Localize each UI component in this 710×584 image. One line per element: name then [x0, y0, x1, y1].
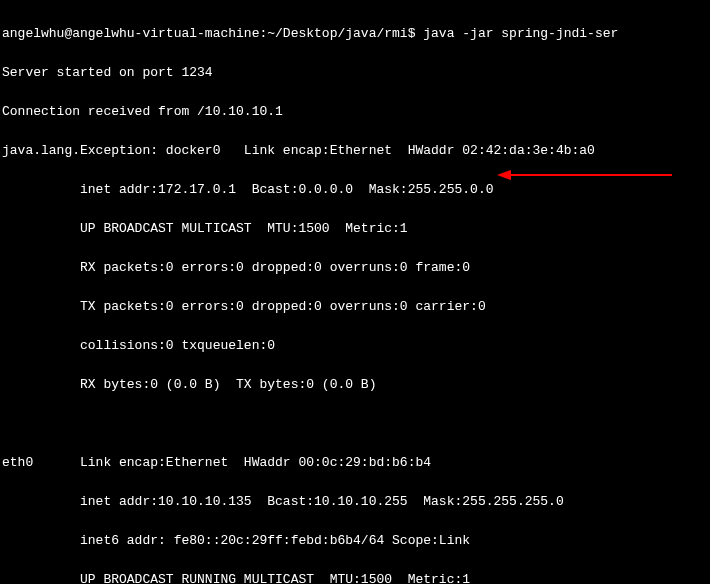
prompt-line: angelwhu@angelwhu-virtual-machine:~/Desk…	[2, 24, 708, 44]
eth0-inet: inet addr:10.10.10.135 Bcast:10.10.10.25…	[2, 492, 708, 512]
eth0-title: eth0 Link encap:Ethernet HWaddr 00:0c:29…	[2, 453, 708, 473]
docker0-inet: inet addr:172.17.0.1 Bcast:0.0.0.0 Mask:…	[2, 180, 708, 200]
exception-docker0-line: java.lang.Exception: docker0 Link encap:…	[2, 141, 708, 161]
blank-line-1	[2, 414, 708, 434]
docker0-bytes: RX bytes:0 (0.0 B) TX bytes:0 (0.0 B)	[2, 375, 708, 395]
connection-line: Connection received from /10.10.10.1	[2, 102, 708, 122]
docker0-rx-packets: RX packets:0 errors:0 dropped:0 overruns…	[2, 258, 708, 278]
docker0-tx-packets: TX packets:0 errors:0 dropped:0 overruns…	[2, 297, 708, 317]
terminal-output: angelwhu@angelwhu-virtual-machine:~/Desk…	[2, 4, 708, 584]
docker0-up: UP BROADCAST MULTICAST MTU:1500 Metric:1	[2, 219, 708, 239]
eth0-up: UP BROADCAST RUNNING MULTICAST MTU:1500 …	[2, 570, 708, 585]
docker0-title: docker0 Link encap:Ethernet HWaddr 02:42…	[166, 143, 595, 158]
eth0-inet6: inet6 addr: fe80::20c:29ff:febd:b6b4/64 …	[2, 531, 708, 551]
exception-prefix: java.lang.Exception:	[2, 143, 166, 158]
docker0-collisions: collisions:0 txqueuelen:0	[2, 336, 708, 356]
server-start-line: Server started on port 1234	[2, 63, 708, 83]
